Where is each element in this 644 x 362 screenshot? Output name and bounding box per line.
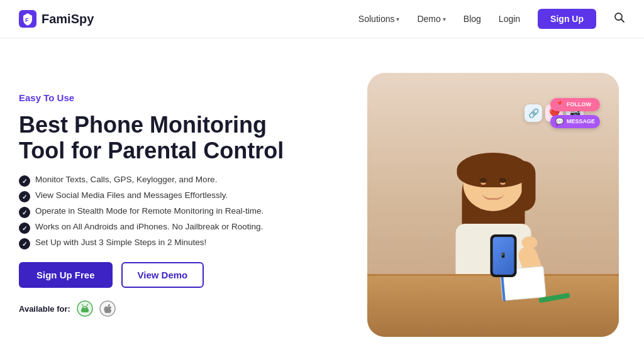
check-icon [19, 207, 30, 218]
chevron-down-icon: ▾ [396, 16, 399, 23]
main-content: Easy To Use Best Phone Monitoring Tool f… [0, 38, 644, 362]
android-icon [77, 300, 93, 317]
check-icon [19, 222, 30, 234]
share-icon: 🔗 [525, 104, 542, 122]
nav-signup-button[interactable]: Sign Up [538, 9, 596, 29]
check-icon [19, 191, 30, 202]
view-demo-button[interactable]: View Demo [121, 262, 204, 288]
message-icon: 💬 [555, 118, 564, 126]
main-heading: Best Phone Monitoring Tool for Parental … [19, 112, 342, 164]
list-item: View Social Media Files and Messages Eff… [19, 190, 342, 202]
list-item: Operate in Stealth Mode for Remote Monit… [19, 206, 342, 218]
svg-rect-5 [82, 308, 88, 312]
svg-text:F: F [25, 17, 29, 23]
svg-rect-6 [81, 309, 82, 312]
svg-point-9 [86, 307, 87, 308]
chevron-down-icon: ▾ [443, 16, 446, 23]
svg-rect-7 [87, 309, 89, 312]
nav-solutions[interactable]: Solutions ▾ [358, 14, 400, 24]
available-label: Available for: [19, 304, 70, 314]
logo-area: F FamiSpy [19, 10, 94, 28]
nav-demo[interactable]: Demo ▾ [417, 14, 445, 24]
apple-icon [99, 300, 116, 317]
available-for: Available for: [19, 300, 342, 317]
features-list: Monitor Texts, Calls, GPS, Keylogger, an… [19, 175, 342, 250]
social-bubbles: 📍 FOLLOW 💬 MESSAGE [550, 98, 600, 128]
hero-right: 🔗 ❤️ 📷 📍 FOLLOW 💬 MESSAGE [361, 73, 625, 337]
easy-to-use-label: Easy To Use [19, 92, 342, 103]
logo-text: FamiSpy [42, 12, 94, 26]
location-icon: 📍 [555, 101, 564, 109]
follow-bubble: 📍 FOLLOW [550, 98, 600, 111]
search-icon[interactable] [614, 12, 625, 26]
logo-icon: F [19, 10, 36, 28]
message-bubble: 💬 MESSAGE [550, 115, 600, 128]
list-item: Set Up with Just 3 Simple Steps in 2 Min… [19, 238, 342, 250]
check-icon [19, 238, 30, 250]
hero-image: 🔗 ❤️ 📷 📍 FOLLOW 💬 MESSAGE [367, 73, 619, 337]
signup-free-button[interactable]: Sign Up Free [19, 262, 113, 288]
svg-line-3 [621, 19, 625, 23]
list-item: Works on All Androids and iPhones. No Ja… [19, 222, 342, 234]
main-nav: Solutions ▾ Demo ▾ Blog Login Sign Up [358, 9, 625, 29]
nav-login[interactable]: Login [499, 14, 520, 24]
list-item: Monitor Texts, Calls, GPS, Keylogger, an… [19, 175, 342, 187]
svg-point-8 [83, 307, 84, 308]
hero-left: Easy To Use Best Phone Monitoring Tool f… [19, 92, 342, 317]
cta-buttons: Sign Up Free View Demo [19, 262, 342, 288]
check-icon [19, 175, 30, 187]
nav-blog[interactable]: Blog [464, 14, 481, 24]
